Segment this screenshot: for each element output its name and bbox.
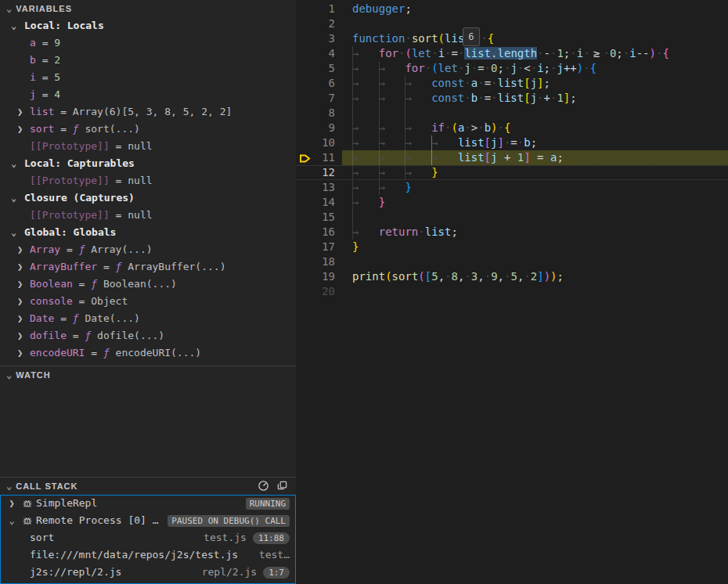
code-line[interactable]: 12→ → → } — [296, 165, 728, 180]
scope-row[interactable]: ⌄Local: Locals — [0, 17, 296, 34]
chevron-down-icon[interactable]: ⌄ — [11, 155, 16, 172]
code-line[interactable]: 14→ } — [296, 195, 728, 210]
code-line[interactable]: 11→ → → → list[j·+·1]·=·a; — [296, 150, 728, 165]
code-line[interactable]: 3function·sort(lis6·{ — [296, 31, 728, 46]
line-number[interactable]: 15 — [296, 210, 335, 225]
chevron-right-icon[interactable]: ❯ — [17, 103, 23, 121]
code-line[interactable]: 5→ → for·(let·j·=·0;·j·<·i;·j++)·{ — [296, 61, 728, 76]
variable-row[interactable]: b = 2 — [0, 52, 296, 69]
variable-row[interactable]: a = 9 — [0, 34, 296, 52]
code-line[interactable]: 17} — [296, 240, 728, 254]
code-line[interactable]: 8 — [296, 106, 728, 121]
line-number[interactable]: 13 — [296, 180, 335, 195]
code-text: → → } — [335, 180, 728, 195]
stack-frame-row[interactable]: j2s://repl/2.jsrepl/2.js1:7 — [0, 564, 296, 581]
debug-session-row[interactable]: ❯SimpleReplRUNNING — [0, 495, 296, 512]
chevron-down-icon[interactable]: ⌄ — [6, 481, 13, 492]
line-number[interactable]: 6 — [296, 76, 335, 91]
line-number[interactable]: 10 — [296, 135, 335, 150]
watch-pane-header[interactable]: ⌄ WATCH — [0, 366, 296, 384]
code-token: → — [352, 225, 379, 238]
code-token: · — [471, 62, 478, 74]
code-line[interactable]: 10→ → → → list[j]·=·b; — [296, 135, 728, 150]
code-line[interactable]: 6→ → → const·a·=·list[j]; — [296, 76, 728, 91]
variable-row[interactable]: ❯encodeURI = ƒ encodeURI(...) — [0, 344, 296, 362]
code-line[interactable]: 2 — [296, 16, 728, 31]
variable-row[interactable]: [[Prototype]] = null — [0, 172, 296, 189]
line-number[interactable]: 20 — [296, 284, 335, 299]
code-line[interactable]: 9→ → → if·(a·>·b)·{ — [296, 121, 728, 135]
code-line[interactable]: 7→ → → const·b·=·list[j·+·1]; — [296, 91, 728, 106]
code-line[interactable]: 15 — [296, 210, 728, 225]
code-line[interactable]: 13→ → } — [296, 180, 728, 195]
line-number[interactable]: 4 — [296, 46, 335, 61]
chevron-right-icon[interactable]: ❯ — [17, 121, 23, 138]
code-token: · — [491, 92, 497, 104]
chevron-right-icon[interactable]: ❯ — [6, 495, 17, 512]
chevron-right-icon[interactable]: ❯ — [17, 241, 23, 258]
clock-slash-icon[interactable] — [258, 480, 269, 492]
variable-row[interactable]: [[Prototype]] = null — [0, 138, 296, 155]
variable-row[interactable]: ❯sort = ƒ sort(...) — [0, 121, 296, 138]
debug-session-row[interactable]: ⌄Remote Process [0] …PAUSED ON DEBUG() C… — [0, 512, 296, 529]
chevron-right-icon[interactable]: ❯ — [17, 276, 23, 293]
variable-row[interactable]: ❯dofile = ƒ dofile(...) — [0, 327, 296, 344]
chevron-down-icon[interactable]: ⌄ — [6, 512, 17, 529]
code-token: · — [418, 225, 424, 238]
line-number[interactable]: 7 — [296, 91, 335, 106]
line-number[interactable]: 18 — [296, 254, 335, 269]
code-line[interactable]: 16→ return·list; — [296, 225, 728, 240]
code-editor[interactable]: 1debugger;23function·sort(lis6·{4→ for·(… — [296, 0, 728, 584]
equals-sign: = — [110, 140, 128, 152]
code-token: 3 — [471, 270, 478, 283]
variable-row[interactable]: ❯Array = ƒ Array(...) — [0, 241, 296, 258]
stack-frame-row[interactable]: file:///mnt/data/repos/j2s/test.jstest… — [0, 546, 296, 564]
scope-row[interactable]: ⌄Closure (Captures) — [0, 189, 296, 207]
line-number[interactable]: 3 — [296, 31, 335, 46]
variable-row[interactable]: ❯ArrayBuffer = ƒ ArrayBuffer(...) — [0, 258, 296, 276]
variable-row[interactable]: j = 4 — [0, 86, 296, 103]
line-number[interactable]: 17 — [296, 240, 335, 254]
code-text: → → → if·(a·>·b)·{ — [335, 121, 728, 135]
chevron-down-icon[interactable]: ⌄ — [6, 370, 13, 380]
chevron-down-icon[interactable]: ⌄ — [6, 3, 13, 14]
line-number[interactable]: 9 — [296, 121, 335, 135]
line-number[interactable]: 12 — [296, 165, 335, 180]
chevron-right-icon[interactable]: ❯ — [17, 293, 23, 310]
code-line[interactable]: 18 — [296, 254, 728, 269]
code-line[interactable]: 20 — [296, 284, 728, 299]
variable-row[interactable]: ❯Boolean = ƒ Boolean(...) — [0, 276, 296, 293]
code-token: · — [544, 151, 550, 164]
variable-row[interactable]: i = 5 — [0, 69, 296, 86]
line-number[interactable]: 8 — [296, 106, 335, 121]
scope-row[interactable]: ⌄Global: Globals — [0, 224, 296, 241]
variable-row[interactable]: ❯Date = ƒ Date(...) — [0, 310, 296, 327]
code-line[interactable]: 1debugger; — [296, 2, 728, 16]
chevron-down-icon[interactable]: ⌄ — [11, 189, 16, 207]
line-number[interactable]: 16 — [296, 225, 335, 240]
variable-row[interactable]: ❯console = Object — [0, 293, 296, 310]
copy-icon[interactable] — [276, 480, 288, 492]
code-line[interactable]: 19print(sort([5,·8,·3,·9,·5,·2])); — [296, 269, 728, 284]
chevron-right-icon[interactable]: ❯ — [17, 327, 23, 344]
stack-frame-row[interactable]: sorttest.js11:88 — [0, 529, 296, 546]
code-token: list — [498, 77, 524, 89]
line-number[interactable]: 1 — [296, 2, 335, 16]
code-line[interactable]: 4→ for·(let·i·=·list.length·-·1;·i·≥·0;·… — [296, 46, 728, 61]
variables-pane-header[interactable]: ⌄ VARIABLES — [0, 0, 296, 17]
variable-row[interactable]: [[Prototype]] = null — [0, 207, 296, 224]
chevron-right-icon[interactable]: ❯ — [17, 344, 23, 362]
scope-row[interactable]: ⌄Local: Capturables — [0, 155, 296, 172]
callstack-pane-header[interactable]: ⌄ CALL STACK — [0, 478, 296, 495]
chevron-right-icon[interactable]: ❯ — [17, 310, 23, 327]
line-number[interactable]: 19 — [296, 269, 335, 284]
line-number[interactable]: 5 — [296, 61, 335, 76]
chevron-right-icon[interactable]: ❯ — [17, 258, 23, 276]
chevron-down-icon[interactable]: ⌄ — [11, 17, 16, 34]
chevron-down-icon[interactable]: ⌄ — [11, 224, 16, 241]
code-text: function·sort(lis6·{ — [335, 31, 728, 46]
line-number[interactable]: 2 — [296, 16, 335, 31]
code-token: = — [510, 136, 517, 149]
line-number[interactable]: 14 — [296, 195, 335, 210]
variable-row[interactable]: ❯list = Array(6)[5, 3, 8, 5, 2, 2] — [0, 103, 296, 121]
